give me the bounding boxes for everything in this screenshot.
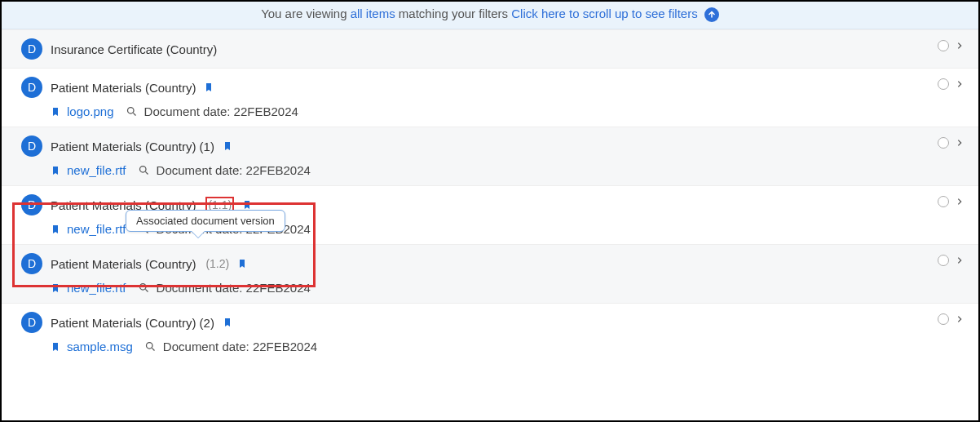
bookmark-icon[interactable]: [242, 199, 252, 211]
chevron-right-icon[interactable]: [956, 40, 964, 51]
select-radio[interactable]: [938, 40, 949, 51]
search-icon[interactable]: [138, 164, 150, 176]
list-item[interactable]: DPatient Materials (Country)(1.2)new_fil…: [2, 244, 978, 303]
document-date: Document date: 22FEB2024: [144, 104, 298, 118]
select-radio[interactable]: [938, 313, 949, 325]
bookmark-icon[interactable]: [51, 224, 60, 235]
bookmark-icon[interactable]: [51, 282, 60, 294]
item-title: Patient Materials (Country) (2): [51, 316, 214, 330]
search-icon[interactable]: [126, 105, 138, 118]
file-link[interactable]: new_file.rtf: [67, 163, 126, 177]
list-item[interactable]: DInsurance Certificate (Country): [2, 29, 978, 68]
svg-point-4: [146, 343, 152, 349]
bookmark-icon[interactable]: [223, 140, 232, 152]
item-title: Patient Materials (Country): [51, 81, 196, 95]
document-date: Document date: 22FEB2024: [157, 281, 311, 295]
svg-point-3: [139, 284, 146, 291]
item-title: Patient Materials (Country): [51, 257, 196, 271]
bookmark-icon[interactable]: [51, 106, 60, 118]
file-link[interactable]: new_file.rtf: [67, 222, 126, 236]
bookmark-icon[interactable]: [51, 165, 60, 176]
svg-point-0: [127, 108, 134, 114]
search-icon[interactable]: [138, 282, 150, 294]
bookmark-icon[interactable]: [204, 82, 214, 93]
item-version: (1.2): [205, 257, 229, 270]
bookmark-icon[interactable]: [237, 258, 247, 269]
document-date: Document date: 22FEB2024: [163, 340, 317, 353]
chevron-right-icon[interactable]: [956, 78, 964, 90]
doc-type-badge: D: [21, 38, 42, 60]
select-radio[interactable]: [938, 137, 949, 149]
file-link[interactable]: new_file.rtf: [67, 281, 126, 295]
bookmark-icon[interactable]: [51, 341, 60, 353]
item-title: Insurance Certificate (Country): [51, 42, 217, 56]
select-radio[interactable]: [938, 196, 949, 207]
select-radio[interactable]: [938, 255, 949, 266]
item-title: Patient Materials (Country) (1): [51, 140, 214, 153]
banner-link-scroll-up[interactable]: Click here to scroll up to see filters: [511, 7, 697, 20]
file-link[interactable]: sample.msg: [67, 340, 133, 353]
chevron-right-icon[interactable]: [956, 137, 964, 149]
search-icon[interactable]: [144, 340, 157, 353]
list-item[interactable]: DPatient Materials (Country) (1)new_file…: [2, 127, 978, 185]
arrow-up-circle-icon[interactable]: [704, 7, 719, 22]
doc-type-badge: D: [21, 77, 42, 98]
list-item[interactable]: DPatient Materials (Country) (2)sample.m…: [2, 303, 978, 362]
version-tooltip: Associated document version: [126, 210, 285, 232]
banner-text-mid: matching your filters: [395, 7, 512, 20]
select-radio[interactable]: [938, 78, 949, 90]
svg-point-1: [139, 167, 146, 173]
filter-banner: You are viewing all items matching your …: [2, 2, 978, 29]
chevron-right-icon[interactable]: [956, 255, 964, 266]
bookmark-icon[interactable]: [223, 317, 232, 328]
list-item[interactable]: DPatient Materials (Country)logo.pngDocu…: [2, 68, 978, 127]
doc-type-badge: D: [21, 135, 42, 157]
file-link[interactable]: logo.png: [67, 104, 114, 118]
chevron-right-icon[interactable]: [956, 313, 964, 325]
document-date: Document date: 22FEB2024: [157, 163, 311, 177]
banner-text-prefix: You are viewing: [261, 7, 351, 20]
chevron-right-icon[interactable]: [956, 196, 964, 207]
doc-type-badge: D: [21, 194, 42, 215]
document-list: DInsurance Certificate (Country)DPatient…: [2, 29, 978, 362]
banner-link-all-items[interactable]: all items: [351, 7, 395, 20]
doc-type-badge: D: [21, 312, 42, 333]
doc-type-badge: D: [21, 253, 42, 274]
